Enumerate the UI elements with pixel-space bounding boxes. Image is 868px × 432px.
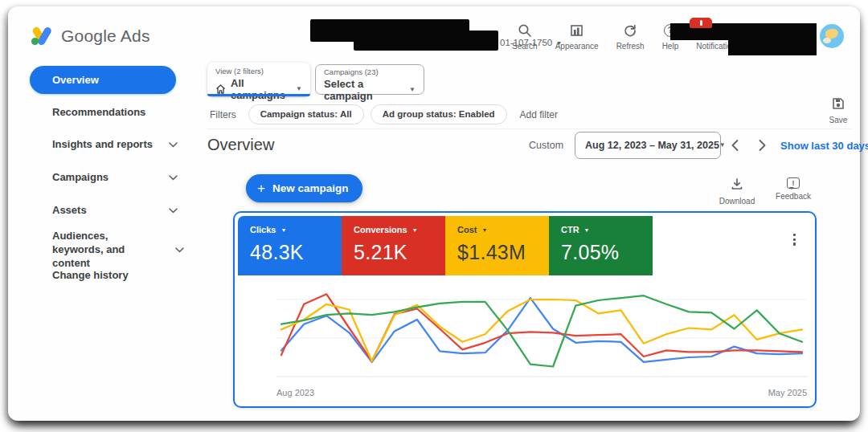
next-period-button[interactable] (748, 132, 776, 159)
chevron-down-icon: ▼ (296, 86, 302, 92)
metric-label: Cost (457, 225, 477, 234)
overview-chart-svg (276, 290, 807, 385)
metric-tile-ctr[interactable]: CTR▼ 7.05% (549, 216, 653, 275)
previous-period-button[interactable] (721, 132, 748, 159)
toolbar-divider (207, 128, 852, 129)
chevron-down-icon: ▼ (412, 227, 418, 233)
help-label: Help (662, 42, 679, 51)
profile-avatar[interactable] (820, 24, 844, 48)
metric-tile-cost[interactable]: Cost▼ $1.43M (445, 216, 549, 275)
save-icon (832, 97, 845, 113)
sidebar-item-overview[interactable]: Overview (30, 66, 176, 94)
redacted-topbar-area-2 (728, 23, 817, 55)
refresh-icon (623, 22, 637, 38)
filter-chip-ad-group-status[interactable]: Ad group status: Enabled (371, 104, 507, 124)
metric-label: Conversions (354, 225, 407, 234)
line-chart-plot (276, 290, 807, 385)
new-campaign-button[interactable]: + New campaign (246, 174, 362, 202)
chevron-down-icon (169, 138, 178, 150)
view-selector-value: All campaigns (231, 77, 296, 101)
view-selector-label: View (2 filters) (215, 67, 302, 75)
feedback-button[interactable]: Feedback (768, 177, 819, 201)
sidebar-item-assets[interactable]: Assets (52, 203, 178, 217)
download-label: Download (719, 197, 755, 206)
page-title: Overview (207, 136, 274, 154)
chevron-down-icon (175, 243, 184, 255)
save-label: Save (829, 116, 848, 124)
x-axis-labels: Aug 2023 May 2025 (276, 388, 807, 397)
show-last-30-days-link[interactable]: Show last 30 days (780, 140, 868, 152)
chevron-down-icon: ▼ (584, 227, 590, 233)
chevron-down-icon: ▼ (481, 227, 487, 233)
search-icon (518, 22, 532, 38)
metric-tile-conversions[interactable]: Conversions▼ 5.21K (342, 216, 445, 275)
chevron-down-icon (169, 204, 178, 216)
metric-value: 7.05% (561, 241, 653, 264)
date-mode-label: Custom (529, 140, 563, 151)
metric-value: 48.3K (250, 241, 342, 264)
refresh-label: Refresh (616, 42, 645, 51)
google-ads-logo-icon (31, 26, 53, 47)
add-filter-button[interactable]: Add filter (520, 109, 558, 120)
sidebar-item-recommendations[interactable]: Recommendations (52, 105, 178, 119)
logo-text: Google Ads (61, 26, 150, 46)
date-range-value: Aug 12, 2023 – May 31, 2025 (585, 140, 719, 151)
download-icon (731, 177, 743, 194)
appearance-button[interactable]: Appearance (547, 22, 608, 51)
series-line-clicks (281, 298, 802, 362)
filter-chip-campaign-status[interactable]: Campaign status: All (248, 104, 364, 124)
feedback-label: Feedback (776, 192, 811, 201)
feedback-icon (787, 177, 800, 189)
home-icon (215, 84, 226, 94)
sidebar-item-insights-and-reports[interactable]: Insights and reports (52, 137, 178, 151)
search-button[interactable]: Search (503, 22, 547, 51)
metric-value: $1.43M (457, 241, 549, 264)
chevron-down-icon (169, 171, 178, 183)
plus-icon: + (257, 181, 265, 195)
new-campaign-label: New campaign (272, 182, 349, 194)
save-button[interactable]: Save (820, 97, 857, 124)
campaign-selector-label: Campaigns (23) (324, 67, 416, 76)
screen: Google Ads 01-107-1750 ▼ Search Appearan… (0, 0, 868, 432)
campaign-selector-dropdown[interactable]: Campaigns (23) Select a campaign ▼ (315, 64, 424, 95)
date-range-dropdown[interactable]: Aug 12, 2023 – May 31, 2025 ▼ (575, 132, 721, 159)
metric-value: 5.21K (354, 241, 445, 264)
appearance-icon (570, 22, 584, 38)
chart-options-kebab-menu[interactable] (793, 234, 796, 246)
filters-label: Filters (210, 109, 236, 120)
x-axis-start-label: Aug 2023 (276, 388, 314, 397)
series-line-conversions (281, 294, 802, 361)
appearance-label: Appearance (555, 42, 599, 51)
sidebar-item-change-history[interactable]: Change history (52, 268, 178, 282)
x-axis-end-label: May 2025 (768, 388, 807, 397)
download-button[interactable]: Download (711, 177, 763, 206)
search-label: Search (512, 42, 538, 51)
google-ads-window: Google Ads 01-107-1750 ▼ Search Appearan… (8, 6, 860, 421)
overview-chart-card: Clicks▼ 48.3K Conversions▼ 5.21K Cost▼ $… (233, 211, 817, 408)
sidebar-item-audiences-keywords-content[interactable]: Audiences, keywords, and content (52, 229, 184, 270)
view-selector-dropdown[interactable]: View (2 filters) All campaigns ▼ (207, 63, 310, 96)
notification-alert-badge (690, 18, 712, 28)
redacted-account-name-2 (354, 31, 498, 51)
chevron-down-icon: ▼ (409, 87, 416, 93)
filters-toolbar: Filters Campaign status: All Ad group st… (210, 104, 558, 124)
active-view-indicator (207, 94, 310, 96)
sidebar-item-campaigns[interactable]: Campaigns (52, 170, 178, 184)
metric-label: Clicks (250, 225, 276, 234)
metric-label: CTR (561, 225, 579, 234)
metric-tiles: Clicks▼ 48.3K Conversions▼ 5.21K Cost▼ $… (238, 216, 653, 275)
refresh-button[interactable]: Refresh (608, 22, 653, 51)
chevron-down-icon: ▼ (280, 227, 286, 233)
date-range-controls: Custom Aug 12, 2023 – May 31, 2025 ▼ Sho… (529, 131, 868, 160)
google-ads-logo[interactable]: Google Ads (31, 26, 150, 47)
metric-tile-clicks[interactable]: Clicks▼ 48.3K (238, 216, 342, 275)
campaign-selector-value: Select a campaign (324, 78, 409, 102)
